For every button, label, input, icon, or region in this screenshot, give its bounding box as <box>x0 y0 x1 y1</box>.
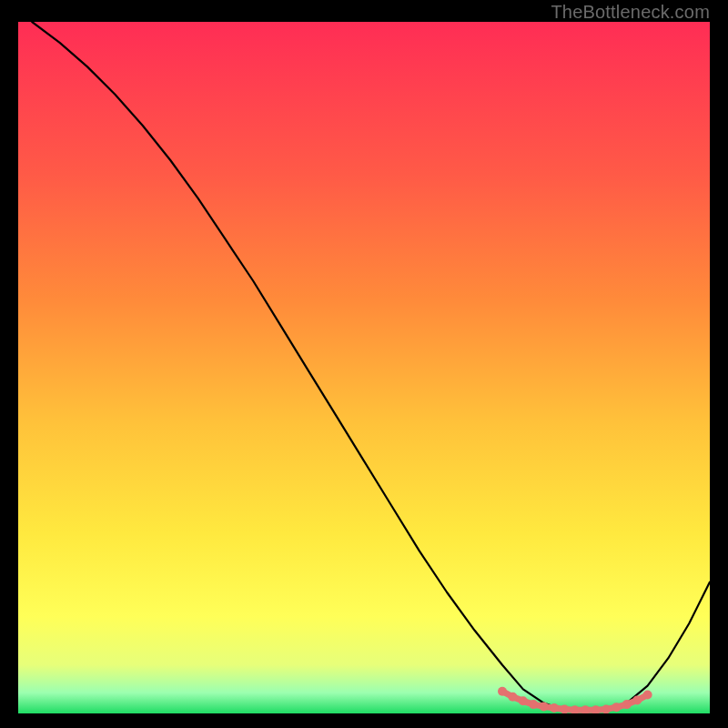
chart-frame <box>18 22 710 713</box>
optimal-marker-dot <box>643 690 652 699</box>
optimal-marker-dot <box>498 687 507 696</box>
optimal-marker-dot <box>632 696 642 705</box>
optimal-marker-dot <box>529 700 538 709</box>
optimal-marker-dot <box>508 693 517 702</box>
gradient-background <box>18 22 710 713</box>
optimal-marker-dot <box>550 703 559 713</box>
optimal-marker-dot <box>612 703 621 712</box>
watermark-text: TheBottleneck.com <box>551 2 710 23</box>
optimal-marker-dot <box>519 696 528 705</box>
optimal-marker-dot <box>560 704 569 713</box>
bottleneck-chart <box>18 22 710 713</box>
optimal-marker-dot <box>622 700 632 709</box>
optimal-marker-dot <box>540 702 549 711</box>
optimal-marker-dot <box>602 704 611 713</box>
